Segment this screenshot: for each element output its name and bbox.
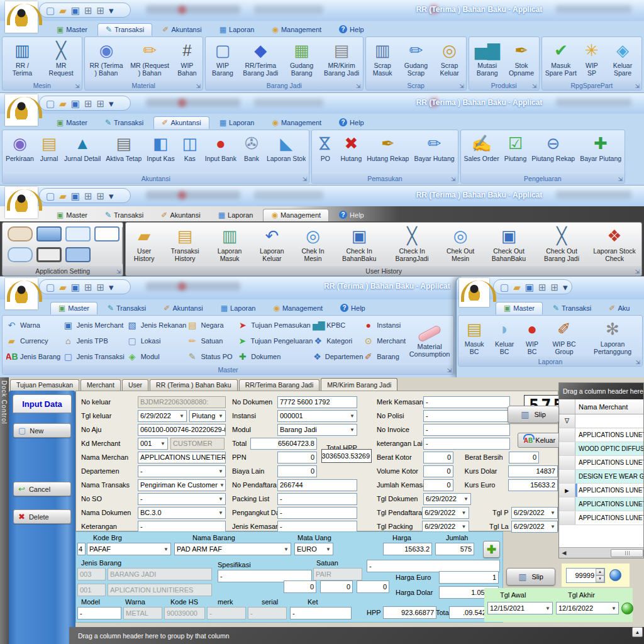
form-input[interactable]: - [423,410,510,422]
form-dropdown[interactable]: -▼ [138,465,226,477]
ribbon-item-wip-bahan-baku[interactable]: #WIP Bahan Baku [172,38,202,80]
ribbon-item-keluar-bc[interactable]: ◗Keluar BC [489,316,519,357]
form-input[interactable]: 14837 [508,465,558,477]
ribbon-item-jurnal-detail[interactable]: ▲Jurnal Detail [62,131,103,174]
tab-transaksi[interactable]: ✎Transaksi [97,209,151,221]
keluar-button[interactable]: AB Keluar [518,433,562,448]
ribbon-item-jenis-rekanan[interactable]: ▧Jenis Rekanan [127,318,187,332]
form-dropdown[interactable]: 001▼ [138,438,168,450]
ribbon-item-wip-bc[interactable]: ●WIP BC [519,316,545,357]
scrollbar-thumb[interactable] [611,549,643,557]
ribbon-item-check-out-bahanbaku[interactable]: ▣Check Out BahanBaku [482,223,535,266]
tab-master[interactable]: ▣Master [49,209,95,221]
harga-euro-input[interactable]: 1 [439,571,499,584]
jumlah-input[interactable]: 575 [435,543,474,555]
grid-cell[interactable]: WOOD OPTIC DIFFUSI [575,442,643,455]
form-dropdown[interactable]: Piutang▼ [189,410,226,422]
stepper-arrows[interactable]: ▲▼ [596,569,604,582]
ribbon-item-mr-request-mesin[interactable]: ╳MR Request Mesin [42,38,81,80]
go-button[interactable] [621,602,633,614]
qty2-input[interactable]: 0 [320,580,353,593]
form-dropdown[interactable]: Pengiriman Ke Customer▼ [138,479,226,491]
ribbon-item-bank[interactable]: ✇Bank [239,131,264,174]
form-input[interactable]: CUSTOMER [170,438,225,450]
tab-help[interactable]: ?Help [333,302,373,314]
filter-funnel-icon[interactable]: ∇ [559,414,575,428]
tab-laporan[interactable]: ▦Laporan [213,303,264,314]
ribbon-item-wip-barang-jadi[interactable]: ▢WIP Barang Jadi [206,38,239,80]
ribbon-item-tujuan-pemasukan[interactable]: ➤Tujuan Pemasukan [237,318,313,332]
globe-icon[interactable] [609,569,621,581]
ribbon-item-user-history[interactable]: ▰User History [126,223,162,266]
row-selector[interactable] [559,442,575,455]
grid-row[interactable]: APPLICATIONS LUNETI [559,456,643,470]
dialog-launcher-icon[interactable]: ⇲ [451,176,456,182]
form-input[interactable]: 0 [423,452,453,464]
dialog-launcher-icon[interactable]: ⇲ [635,269,640,275]
row-selector[interactable] [559,428,575,441]
grid-row[interactable]: APPLICATIONS LUNETI [559,497,643,511]
ribbon-item-departemen[interactable]: ❖Departemen [313,350,363,364]
ribbon-item-jenis-tpb[interactable]: ⌂Jenis TPB [63,334,127,348]
row-selector[interactable] [559,470,575,483]
grid-row[interactable]: APPLICATIONS LUNETI [559,428,643,442]
grid-row[interactable]: DESIGN EYE WEAR GR [559,470,643,484]
tab-master[interactable]: ▣Master [49,117,95,129]
tgl-akhir-dropdown[interactable]: 12/16/2022▼ [556,602,619,614]
ribbon-item-hutang[interactable]: ✖Hutang [338,131,364,174]
tab-akuntansi[interactable]: ✐Akuntansi [155,24,209,36]
tab-akuntansi[interactable]: ✐Akuntansi [153,209,208,221]
dock-control-strip[interactable]: Dock Control [0,377,9,644]
ribbon-item-currency[interactable]: ▰Currency [6,334,63,348]
grid-row[interactable]: ►APPLICATIONS LUNETI [559,484,643,497]
grid-row[interactable]: APPLICATIONS LUNETI [559,511,643,525]
vertical-scrollbar[interactable]: ▲ [632,627,643,644]
ribbon-item-piutang-rekap[interactable]: ⊖Piutang Rekap [529,131,577,174]
swatch-white[interactable] [94,226,119,242]
new-button[interactable]: ▢ New [13,423,71,438]
dialog-launcher-icon[interactable]: ⇲ [116,269,121,275]
ribbon-item-material-consumption[interactable]: Material Consumption [407,317,452,365]
tab-help[interactable]: ?Help [331,23,372,36]
ribbon-item-transaksi-history[interactable]: ▤Transaksi History [162,223,208,266]
tab-transaksi[interactable]: ✎Transaksi [100,303,153,314]
scroll-left-icon[interactable]: ◀ [559,550,569,556]
ribbon-item-instansi[interactable]: ●Instansi [363,318,407,332]
qty1-input[interactable]: 0 [284,580,316,593]
ribbon-item-chek-out-mesin[interactable]: ◎Chek Out Mesin [438,223,482,266]
dialog-launcher-icon[interactable]: ⇲ [356,83,361,89]
slip-button[interactable]: ▥ Slip [508,406,559,423]
ribbon-item-status-po[interactable]: ✎Status PO [187,350,237,364]
ribbon-item-chek-in-mesin[interactable]: ◎Chek In Mesin [293,223,333,266]
tab-transaksi[interactable]: ✎Transaksi [97,23,152,36]
ribbon-item-po[interactable]: ⋈PO [313,131,338,174]
ribbon-item-keluar-spare-part[interactable]: ◈Keluar Spare Part [604,38,641,80]
ribbon-item-satuan[interactable]: ✏Satuan [187,334,237,348]
form-dropdown[interactable]: BC.3.0▼ [138,507,226,519]
tab-laporan[interactable]: ▦Laporan [212,117,262,129]
ribbon-item-hutang-rekap[interactable]: ✒Hutang Rekap [364,131,411,174]
grid-filter-cell[interactable] [575,414,643,428]
dialog-launcher-icon[interactable]: ⇲ [635,83,640,89]
total-hpp-value[interactable]: 3036503.53269 [321,449,372,463]
ribbon-item-kas[interactable]: ◫Kas [177,131,203,174]
add-item-button[interactable]: ✚ [483,541,500,558]
ribbon-item-input-bank[interactable]: ●Input Bank [203,131,239,174]
ribbon-item-jenis-barang[interactable]: ABJenis Barang [6,350,63,364]
form-dropdown[interactable]: APPLICATIONS LUNETIER▼ [138,452,226,464]
tab-master[interactable]: ▣Master [49,24,95,36]
qty3-input[interactable]: 0 [357,580,389,593]
tab-management[interactable]: ◉Management [264,117,329,129]
form-input[interactable]: 65604723.8 [250,438,317,450]
form-dropdown[interactable]: Barang Jadi▼ [277,424,357,436]
nama-barang-dropdown[interactable]: PAD ARM FAF▼ [174,543,291,555]
tab-laporan[interactable]: ▦Laporan [211,209,261,221]
ribbon-item-masuk-spare-part[interactable]: ✔Masuk Spare Part [543,38,579,80]
ribbon-item-laporan-keluar[interactable]: ↶Laporan Keluar [251,223,293,266]
ribbon-item-input-kas[interactable]: ◧Input Kas [144,131,177,174]
ribbon-item-rr-terima-barang-jadi[interactable]: ◆RR/Terima Barang Jadi [239,38,282,80]
ribbon-item-piutang[interactable]: ☑Piutang [502,131,530,174]
slip-button-2[interactable]: ▥ Slip [506,568,555,586]
doc-tab-mr-kirim-barang-jadi[interactable]: MR/Kirim Barang Jadi [321,378,397,391]
ribbon-item-merchant[interactable]: ⊙Merchant [363,334,407,348]
